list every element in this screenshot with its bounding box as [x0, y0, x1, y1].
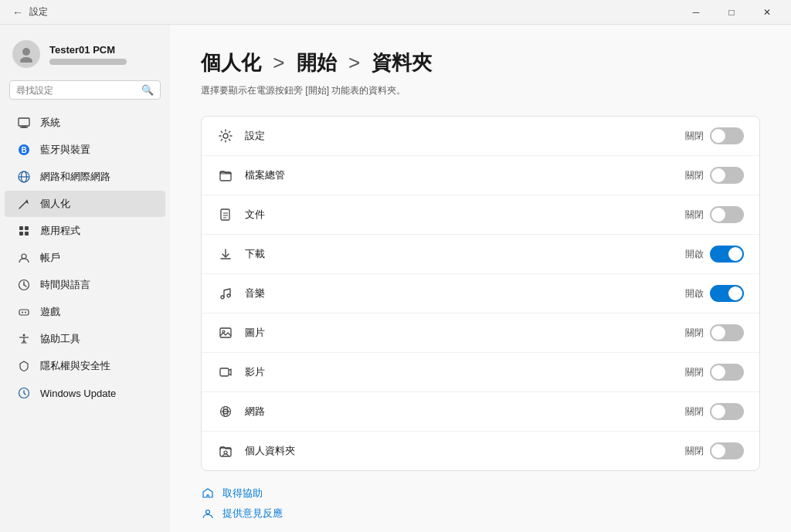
network-toggle-thumb [711, 405, 725, 418]
music-toggle-thumb [728, 286, 742, 300]
documents-toggle[interactable] [710, 206, 744, 223]
system-icon [17, 116, 31, 130]
pictures-toggle-area: 關閉 [685, 324, 744, 341]
svg-rect-42 [220, 368, 229, 376]
title-bar-controls: ─ □ ✕ [678, 0, 785, 25]
network-label: 網路 [245, 405, 674, 418]
bluetooth-icon: B [17, 143, 31, 157]
videos-label: 影片 [245, 365, 674, 379]
personalization-icon [17, 197, 31, 211]
svg-rect-14 [19, 232, 23, 236]
search-box[interactable]: 🔍 [9, 80, 161, 100]
bottom-links: 取得協助 提供意見反應 [201, 486, 760, 520]
settings-toggle[interactable] [710, 127, 744, 144]
sidebar-item-bluetooth[interactable]: B 藍牙與裝置 [5, 137, 165, 163]
page-subtitle: 選擇要顯示在電源按鈕旁 [開始] 功能表的資料夾。 [201, 84, 760, 97]
restore-button[interactable]: □ [714, 0, 749, 25]
pictures-icon [217, 324, 234, 341]
sidebar-item-privacy[interactable]: 隱私權與安全性 [5, 353, 165, 379]
pictures-toggle-thumb [711, 326, 725, 340]
music-toggle[interactable] [710, 285, 744, 302]
pictures-toggle[interactable] [710, 324, 744, 341]
svg-line-19 [24, 285, 26, 286]
user-section: Tester01 PCM [0, 34, 170, 80]
sidebar-item-accessibility[interactable]: 協助工具 [5, 326, 165, 352]
sidebar-item-apps[interactable]: 應用程式 [5, 218, 165, 244]
sidebar-item-label-network: 網路和網際網路 [40, 170, 110, 184]
nav-list: 系統 B 藍牙與裝置 網路和網際網路 個人化 應用程式 帳戶 時間與語言 遊戲 … [0, 109, 170, 407]
sidebar-item-label-accounts: 帳戶 [40, 251, 60, 265]
pictures-label: 圖片 [245, 326, 674, 340]
file-explorer-state-label: 關閉 [685, 169, 704, 182]
svg-rect-47 [220, 448, 231, 456]
videos-toggle[interactable] [710, 364, 744, 381]
title-bar: ← 設定 ─ □ ✕ [0, 0, 791, 25]
sidebar-item-time[interactable]: 時間與語言 [5, 272, 165, 298]
sidebar-item-gaming[interactable]: 遊戲 [5, 299, 165, 325]
svg-point-49 [206, 510, 210, 514]
get-help-label: 取得協助 [222, 486, 263, 500]
file-explorer-toggle[interactable] [710, 167, 744, 184]
back-icon[interactable]: ← [12, 6, 23, 19]
music-label: 音樂 [245, 286, 674, 300]
downloads-icon [217, 246, 234, 263]
search-icon: 🔍 [141, 84, 154, 96]
sidebar-item-label-time: 時間與語言 [40, 278, 90, 292]
feedback-label: 提供意見反應 [222, 507, 283, 520]
setting-row-videos: 影片 關閉 [202, 353, 759, 392]
sidebar-item-accounts[interactable]: 帳戶 [5, 245, 165, 271]
windows-update-icon [17, 386, 31, 400]
downloads-toggle[interactable] [710, 246, 744, 263]
feedback-icon [201, 507, 215, 520]
sidebar-item-label-gaming: 遊戲 [40, 305, 60, 319]
sidebar-item-label-windows-update: Windows Update [40, 388, 116, 399]
svg-rect-40 [220, 328, 231, 337]
personal-folder-label: 個人資料夾 [245, 444, 674, 458]
setting-row-settings: 設定 關閉 [202, 117, 759, 156]
svg-rect-12 [19, 226, 23, 230]
accessibility-icon [17, 332, 31, 346]
setting-row-pictures: 圖片 關閉 [202, 313, 759, 353]
svg-point-1 [20, 57, 32, 63]
main-content: 個人化 > 開始 > 資料夾 選擇要顯示在電源按鈕旁 [開始] 功能表的資料夾。… [170, 25, 791, 532]
music-toggle-area: 開啟 [685, 285, 744, 302]
settings-label: 設定 [245, 129, 674, 143]
videos-state-label: 關閉 [685, 366, 704, 379]
search-input[interactable] [16, 85, 137, 96]
sidebar-item-personalization[interactable]: 個人化 [5, 191, 165, 217]
sidebar-item-system[interactable]: 系統 [5, 110, 165, 136]
videos-toggle-thumb [711, 365, 725, 379]
music-state-label: 開啟 [685, 287, 704, 300]
svg-rect-15 [25, 232, 29, 236]
svg-point-24 [23, 334, 25, 337]
sidebar: Tester01 PCM 🔍 系統 B 藍牙與裝置 網路和網際網路 個人化 應用… [0, 25, 170, 532]
network-toggle[interactable] [710, 403, 744, 420]
settings-list: 設定 關閉 檔案總管 關閉 文件 關閉 下載 開啟 [201, 116, 760, 471]
pictures-state-label: 關閉 [685, 327, 704, 340]
setting-row-file-explorer: 檔案總管 關閉 [202, 156, 759, 195]
personal-folder-state-label: 關閉 [685, 445, 704, 458]
breadcrumb-part3: 資料夾 [372, 51, 432, 74]
personal-folder-toggle[interactable] [710, 442, 744, 459]
documents-toggle-area: 關閉 [685, 206, 744, 223]
personal-folder-toggle-area: 關閉 [685, 442, 744, 459]
link-get-help[interactable]: 取得協助 [201, 486, 760, 500]
videos-toggle-area: 關閉 [685, 364, 744, 381]
svg-marker-11 [25, 199, 29, 204]
minimize-button[interactable]: ─ [678, 0, 714, 25]
setting-row-documents: 文件 關閉 [202, 195, 759, 235]
svg-rect-32 [221, 209, 229, 220]
avatar [12, 40, 40, 68]
time-icon [17, 278, 31, 292]
file-explorer-toggle-area: 關閉 [685, 167, 744, 184]
sidebar-item-network[interactable]: 網路和網際網路 [5, 164, 165, 190]
file-explorer-toggle-thumb [711, 168, 725, 182]
network-toggle-area: 關閉 [685, 403, 744, 420]
svg-point-0 [22, 48, 30, 56]
close-button[interactable]: ✕ [749, 0, 785, 25]
sidebar-item-windows-update[interactable]: Windows Update [5, 380, 165, 406]
breadcrumb-sep1: > [273, 51, 290, 74]
documents-state-label: 關閉 [685, 208, 704, 222]
link-feedback[interactable]: 提供意見反應 [201, 507, 760, 520]
videos-icon [217, 364, 234, 381]
